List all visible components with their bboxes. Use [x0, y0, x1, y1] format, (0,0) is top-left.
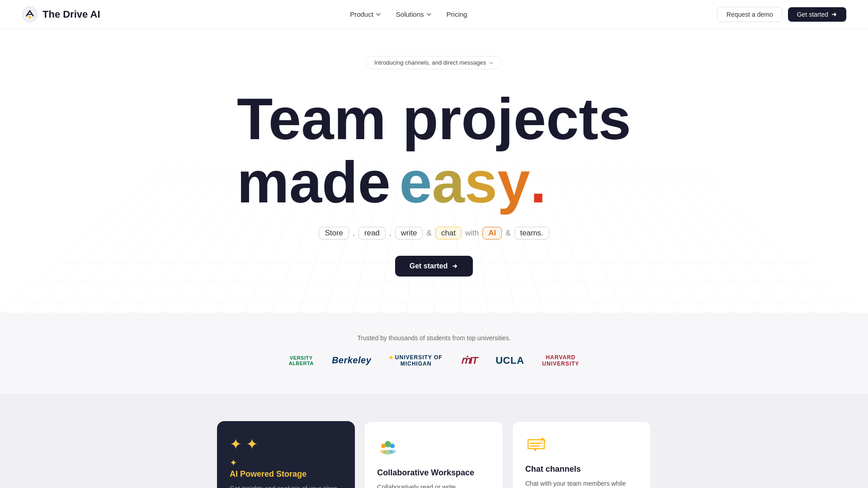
with: with	[465, 229, 479, 238]
headline-line2: made easy.	[237, 150, 631, 214]
logo-text: The Drive AI	[42, 9, 100, 20]
university-logos: VERSITYALBERTA Berkeley ■ UNIVERSITY OFM…	[0, 354, 868, 367]
nav-actions: Request a demo Get started	[717, 7, 846, 22]
nav-pricing[interactable]: Pricing	[447, 10, 467, 18]
uni-berkeley: Berkeley	[332, 355, 371, 366]
arrow-right-icon	[831, 11, 837, 18]
navbar: The Drive AI Product Solutions Pricing R…	[0, 0, 868, 29]
logo[interactable]: The Drive AI	[22, 6, 100, 23]
card-chat-desc: Chat with your team members while readin…	[525, 479, 638, 488]
tag-read: read	[359, 227, 386, 239]
letter-y: y	[497, 150, 530, 214]
announcement-banner[interactable]: Introducing channels, and direct message…	[366, 56, 502, 69]
card-ai-storage-title: AI Powered Storage	[230, 469, 342, 479]
card-collab-title: Collaborative Workspace	[377, 468, 490, 478]
trusted-label: Trusted by thousands of students from to…	[0, 334, 868, 342]
tag-chat: chat	[435, 227, 462, 239]
sep1: ,	[353, 229, 355, 238]
amp1: &	[426, 229, 431, 238]
headline-line1: Team projects	[237, 87, 631, 150]
letter-a: a	[432, 150, 465, 214]
feature-card-collab: Collaborative Workspace Collaboratively …	[364, 421, 503, 488]
sparkles-icon: ✦ ✦✦	[230, 436, 342, 469]
tag-store: Store	[319, 227, 349, 239]
svg-point-1	[28, 16, 31, 19]
get-started-nav-button[interactable]: Get started	[788, 7, 846, 22]
tag-write: write	[395, 227, 423, 239]
uni-michigan: ■ UNIVERSITY OFMICHIGAN	[389, 354, 442, 367]
chevron-down-icon	[426, 11, 432, 18]
dot-accent: .	[530, 150, 546, 214]
chat-channels-icon	[525, 436, 638, 457]
nav-product[interactable]: Product	[350, 10, 382, 18]
uni-mit: ṁIT	[461, 355, 478, 366]
cards-row: ✦ ✦✦ AI Powered Storage Get insights and…	[208, 421, 660, 488]
nav-links: Product Solutions Pricing	[350, 10, 467, 18]
word-made: made	[237, 150, 391, 214]
card-ai-storage-desc: Get insights and analysis of your class …	[230, 483, 342, 488]
card-collab-desc: Collaboratively read or write documents.	[377, 482, 490, 488]
logo-icon	[22, 6, 38, 23]
nav-solutions[interactable]: Solutions	[396, 10, 432, 18]
trusted-section: Trusted by thousands of students from to…	[0, 313, 868, 394]
card-chat-title: Chat channels	[525, 465, 638, 474]
tag-ai: AI	[482, 227, 502, 239]
letter-e: e	[399, 150, 432, 214]
svg-point-4	[390, 444, 395, 448]
hero-content: Introducing channels, and direct message…	[237, 56, 631, 277]
uni-ucla: UCLA	[495, 355, 524, 366]
tag-teams: teams.	[514, 227, 549, 239]
word-easy: easy.	[399, 150, 546, 214]
hero-headline: Team projects made easy.	[237, 87, 631, 214]
uni-harvard: HARVARDUNIVERSITY	[542, 354, 579, 367]
arrow-right-icon	[451, 263, 458, 270]
feature-card-chat: Chat channels Chat with your team member…	[512, 421, 651, 488]
request-demo-button[interactable]: Request a demo	[717, 7, 783, 22]
svg-point-7	[389, 450, 396, 453]
svg-point-6	[380, 450, 387, 453]
hero-section: Introducing channels, and direct message…	[0, 29, 868, 313]
letter-s: s	[465, 150, 497, 214]
collab-icon	[377, 436, 490, 461]
uni-alberta: VERSITYALBERTA	[289, 355, 314, 366]
chevron-down-icon	[375, 11, 382, 18]
sep2: ,	[389, 229, 392, 238]
svg-point-2	[385, 441, 391, 447]
hero-subline: Store , read , write & chat with AI & te…	[319, 227, 549, 239]
features-section: ✦ ✦✦ AI Powered Storage Get insights and…	[0, 394, 868, 488]
feature-card-ai-storage: ✦ ✦✦ AI Powered Storage Get insights and…	[217, 421, 355, 488]
get-started-hero-button[interactable]: Get started	[395, 256, 473, 277]
amp2: &	[505, 229, 510, 238]
svg-point-3	[381, 444, 386, 448]
